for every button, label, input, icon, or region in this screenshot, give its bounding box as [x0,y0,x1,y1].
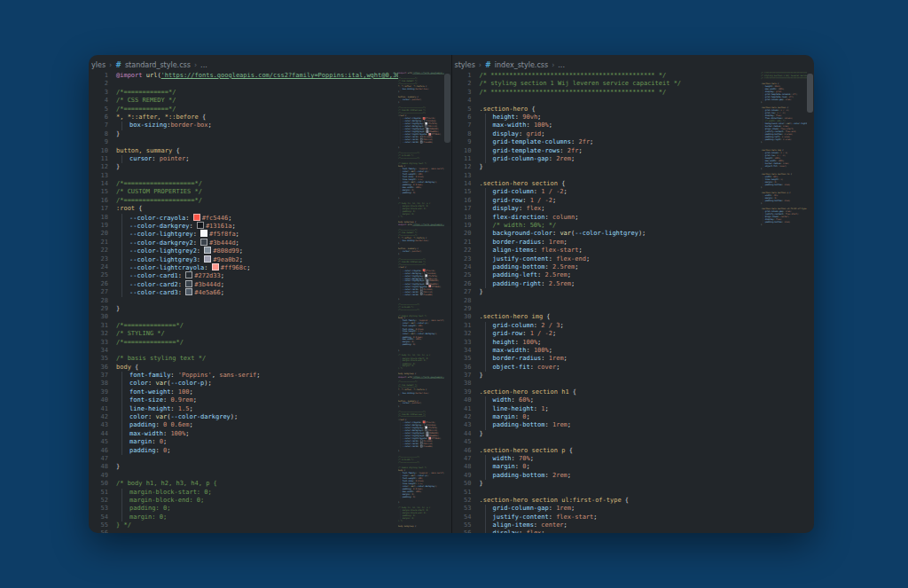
code-line[interactable]: 49 [89,472,398,480]
code-line[interactable]: 54margin: 0; [89,514,398,521]
code-line[interactable]: 17:root { [89,205,398,213]
code-line[interactable]: 23--color-lightgrey3: #9ea0b2; [89,255,398,263]
code-line[interactable]: 52.section-hero section ul:first-of-type… [452,497,762,505]
code-line[interactable]: 39font-weight: 100; [89,388,398,396]
color-swatch[interactable] [212,263,219,270]
code-line[interactable]: 5.section-hero { [452,106,762,114]
code-line[interactable]: 41line-height: 1.5; [89,405,398,413]
code-line[interactable]: 20background-color: var(--color-lightgre… [452,230,762,238]
code-line[interactable]: 26padding-right: 2.5rem; [452,280,762,288]
code-line[interactable]: 25padding-left: 2.5rem; [452,271,762,279]
code-line[interactable]: 25--color-card1: #272d33; [89,271,398,279]
code-line[interactable]: 44max-width: 100%; [89,430,398,438]
color-swatch[interactable] [420,445,423,448]
code-line[interactable]: 37font-family: 'Poppins', sans-serif; [89,372,398,380]
color-swatch[interactable] [185,288,192,295]
code-line[interactable]: 32grid-row: 1 / -2; [452,330,762,338]
color-swatch[interactable] [193,214,200,221]
code-line[interactable]: 40width: 60%; [452,396,762,404]
code-line[interactable]: 15/* CUSTOM PROPERTIES */ [89,188,398,196]
code-line[interactable]: 13 [452,172,762,180]
code-line[interactable]: 12} [89,163,398,171]
color-swatch[interactable] [197,222,204,229]
code-line[interactable]: 32/* STYLING */ [89,330,398,338]
scrollbar-left[interactable] [443,72,451,533]
color-swatch[interactable] [200,239,207,246]
code-line[interactable]: 17display: flex; [452,205,762,213]
code-line[interactable]: 53padding: 0; [89,505,398,513]
color-swatch[interactable] [185,280,192,287]
code-line[interactable]: 37} [452,372,762,380]
code-line[interactable]: 29 [452,305,762,313]
code-line[interactable]: 3/* ************************************… [452,89,762,97]
breadcrumb-filename[interactable]: standard_style.css [125,61,191,69]
code-line[interactable]: 8} [89,130,398,138]
code-line[interactable]: 24--color-lightcrayola: #ff968c; [89,263,398,271]
code-line[interactable]: 19/* width: 50%; */ [452,222,762,230]
code-line[interactable]: 46.section-hero section p { [452,447,762,455]
code-line[interactable]: 33height: 100%; [452,339,762,347]
code-line[interactable]: 2/* styling section 1 Wij leveren servic… [452,80,762,88]
code-line[interactable]: 21--color-darkgrey2: #3b444d; [89,239,398,247]
code-line[interactable]: 11grid-column-gap: 2rem; [452,155,762,163]
code-line[interactable]: 14.section-hero section { [452,180,762,188]
scrollbar-thumb[interactable] [444,74,450,143]
color-swatch[interactable] [420,141,423,144]
code-line[interactable]: 41line-height: 1; [452,405,762,413]
color-swatch[interactable] [185,271,192,278]
code-line[interactable]: 30.section-hero img { [452,313,762,321]
code-line[interactable]: 53grid-column-gap: 1rem; [452,505,762,513]
code-line[interactable]: 16grid-row: 1 / -2; [452,197,762,205]
code-line[interactable]: 11cursor: pointer; [89,155,398,163]
color-swatch[interactable] [204,255,211,263]
code-line[interactable]: 10grid-template-rows: 2fr; [452,147,762,155]
code-line[interactable]: 40font-size: 0.9rem; [89,396,398,404]
code-line[interactable]: 4 [452,97,762,105]
code-line[interactable]: 55} */ [89,521,398,529]
code-line[interactable]: 1/* ************************************… [452,72,762,80]
breadcrumb-folder[interactable]: yles [91,61,106,69]
code-line[interactable]: 30 [89,313,398,321]
code-line[interactable]: 9grid-template-columns: 2fr; [452,138,762,146]
code-line[interactable]: 28 [452,297,762,305]
code-area-right[interactable]: 1/* ************************************… [452,72,762,533]
code-line[interactable]: 46padding: 0; [89,447,398,455]
code-line[interactable]: 29} [89,305,398,313]
color-swatch[interactable] [204,247,211,254]
breadcrumb-ellipsis[interactable]: ... [200,61,207,69]
code-line[interactable]: 23justify-content: flex-end; [452,255,762,263]
code-line[interactable]: 7box-sizing:border-box; [89,122,398,129]
code-line[interactable]: 2 [89,80,398,88]
code-line[interactable]: 27} [452,288,762,296]
code-line[interactable]: 48} [89,463,398,471]
code-line[interactable]: 15grid-column: 1 / -2; [452,188,762,196]
code-line[interactable]: 6height: 90vh; [452,114,762,122]
code-line[interactable]: 49padding-bottom: 2rem; [452,472,762,480]
breadcrumb-folder[interactable]: styles [455,61,475,69]
breadcrumb-filename[interactable]: index_style.css [495,61,548,69]
code-line[interactable]: 33/*==============*/ [89,339,398,347]
code-line[interactable]: 35border-radius: 1rem; [452,355,762,363]
color-swatch[interactable] [200,230,207,237]
code-line[interactable]: 47width: 70%; [452,455,762,463]
code-line[interactable]: 16/*===================*/ [89,197,398,205]
code-line[interactable]: 9 [89,138,398,146]
code-line[interactable]: 20--color-lightgrey: #f5f8fa; [89,230,398,238]
code-line[interactable]: 45 [452,438,762,446]
code-line[interactable]: 26--color-card2: #3b444d; [89,280,398,288]
color-swatch[interactable] [420,293,423,295]
code-line[interactable]: 31grid-column: 2 / 3; [452,322,762,330]
code-line[interactable]: 50/* body h1, h2, h3, h4, p { [89,480,398,488]
code-line[interactable]: 51margin-block-start: 0; [89,489,398,497]
code-line[interactable]: 4/* CSS REMEDY */ [89,97,398,105]
code-line[interactable]: 39.section-hero section h1 { [452,388,762,396]
code-line[interactable]: 21border-radius: 1rem; [452,239,762,247]
minimap-left[interactable]: @import url('https://fonts.googleapis.co… [398,72,444,533]
code-line[interactable]: 43padding: 0 0.6em; [89,421,398,429]
code-line[interactable]: 48margin: 0; [452,463,762,471]
code-line[interactable]: 56 [89,529,398,533]
code-line[interactable]: 56display: flex; [452,529,762,533]
code-line[interactable]: 22--color-lightgrey2: #808d99; [89,247,398,255]
code-line[interactable]: 36body { [89,364,398,372]
code-line[interactable]: 18flex-direction: column; [452,214,762,222]
